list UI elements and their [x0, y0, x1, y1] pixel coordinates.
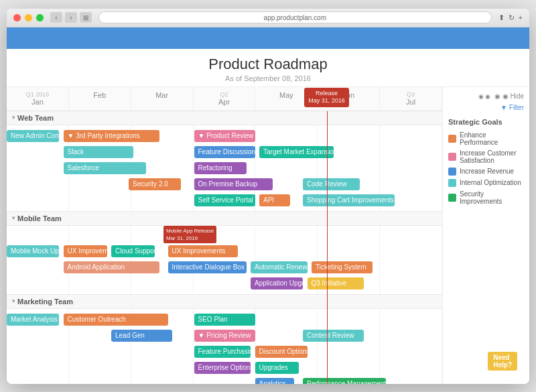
bar-interactive[interactable]: Interactive Dialogue Box	[168, 261, 247, 273]
page-header: Product Roadmap As of September 08, 2016	[7, 49, 529, 87]
bar-analytics[interactable]: Analytics	[255, 378, 295, 384]
bar-slack[interactable]: Slack	[64, 146, 133, 158]
bar-3rd-party[interactable]: ▼ 3rd Party Integrations	[64, 130, 159, 142]
bar-code-review[interactable]: Code Review	[303, 178, 360, 190]
chevron-icon[interactable]: ▾	[12, 115, 15, 121]
team-header-marketing: ▾ Marketing Team	[7, 295, 442, 309]
legend-item-security: Security Improvements	[448, 190, 524, 205]
milestone-marker: Mobile App ReleaseMar 31, 2016	[163, 226, 216, 243]
mobile-team-rows: Mobile App ReleaseMar 31, 2016 Mobile Mo…	[7, 226, 442, 294]
team-name-mobile: Mobile Team	[17, 214, 62, 222]
bar-cloud-support[interactable]: Cloud Support	[111, 245, 155, 257]
roadmap-area: Q1 2016 Jan Feb Mar Q2 Apr	[7, 87, 529, 384]
team-name-marketing: Marketing Team	[17, 298, 73, 306]
table-row: New Admin Console ▼ 3rd Party Integratio…	[7, 129, 442, 143]
table-row: Application Upgrade Q3 Initiative	[7, 276, 442, 291]
table-row: Slack Feature Discussion Target Market E…	[7, 145, 442, 159]
release-marker: Release May 31, 2016	[304, 88, 349, 107]
bar-product-review[interactable]: ▼ Product Review	[194, 130, 255, 142]
bar-enterprise[interactable]: Enterprise Options	[194, 362, 251, 374]
bar-app-upgrade[interactable]: Application Upgrade	[251, 277, 303, 289]
bar-self-service[interactable]: Self Service Portal	[194, 194, 255, 206]
team-header-web: ▾ Web Team	[7, 111, 442, 125]
legend-color-revenue	[448, 168, 456, 176]
bar-ux-improvements2[interactable]: UX Improvements	[168, 245, 238, 257]
bar-auto-renewal[interactable]: Automatic Renewal Servic	[251, 261, 308, 273]
bar-target-market[interactable]: Target Market Expansion	[259, 146, 334, 158]
bar-api[interactable]: API	[259, 194, 290, 206]
month-jan: Q1 2016 Jan	[7, 87, 69, 111]
month-mar: Mar	[131, 87, 194, 111]
bar-q3-initiative[interactable]: Q3 Initiative	[308, 277, 364, 289]
bar-ux-improvements1[interactable]: UX Improvements	[64, 245, 107, 257]
bar-security20[interactable]: Security 2.0	[129, 178, 181, 190]
chevron-icon[interactable]: ▾	[12, 215, 15, 221]
legend-item-internal: Internal Optimization	[448, 179, 524, 187]
table-row: Salesforce Refactoring	[7, 161, 442, 176]
bar-content-review[interactable]: Content Review	[303, 330, 364, 342]
bar-feature-purchasing[interactable]: Feature Purchasing	[194, 346, 251, 358]
bar-market-analysis[interactable]: Market Analysis	[7, 314, 59, 326]
forward-button[interactable]: ›	[65, 12, 77, 23]
content-area: Product Roadmap As of September 08, 2016…	[7, 49, 529, 384]
close-button[interactable]	[13, 14, 21, 21]
filter-button[interactable]: ▼ Filter	[500, 104, 524, 111]
share-icon[interactable]: ⬆	[498, 13, 505, 22]
bar-lead-gen[interactable]: Lead Gen	[111, 330, 172, 342]
legend-dots: ◉ ◉	[478, 93, 491, 100]
address-bar[interactable]: app.productplan.com	[98, 11, 492, 23]
bar-pricing-review[interactable]: ▼ Pricing Review	[194, 330, 255, 342]
team-header-mobile: ▾ Mobile Team	[7, 212, 442, 226]
bar-new-admin-console[interactable]: New Admin Console	[7, 130, 59, 142]
month-apr: Q2 Apr	[194, 87, 256, 111]
bar-refactoring[interactable]: Refactoring	[194, 162, 247, 174]
browser-toolbar	[7, 27, 529, 49]
web-team-rows: New Admin Console ▼ 3rd Party Integratio…	[7, 125, 442, 211]
bar-discount[interactable]: Discount Options	[255, 346, 308, 358]
hide-button[interactable]: ◉ ◉ Hide	[494, 92, 524, 100]
bar-customer-outreach[interactable]: Customer Outreach	[64, 314, 168, 326]
back-button[interactable]: ‹	[50, 12, 62, 23]
bar-onpremise[interactable]: On Premise Backup	[194, 178, 273, 190]
bar-salesforce[interactable]: Salesforce	[64, 162, 147, 174]
team-section-mobile: ▾ Mobile Team Mobile App Releas	[7, 212, 442, 295]
table-row: Lead Gen ▼ Pricing Review Content Review	[7, 328, 442, 343]
legend-label-security: Security Improvements	[460, 190, 524, 205]
month-jul: Q3 Jul	[380, 87, 442, 111]
legend-color-customer	[448, 153, 456, 161]
nav-buttons: ‹ › ⊞	[50, 12, 92, 23]
bar-upgrades[interactable]: Upgrades	[255, 362, 299, 374]
table-row: Enterprise Options Upgrades	[7, 361, 442, 375]
chevron-icon[interactable]: ▾	[12, 298, 15, 304]
bar-ticketing[interactable]: Ticketing System	[312, 261, 373, 273]
help-button[interactable]: Need Help?	[488, 352, 517, 371]
teams-container: ▾ Web Team New Admin Console ▼ 3rd	[7, 111, 442, 384]
table-row: Mobile Mock Up UX Improvements Cloud Sup…	[7, 244, 442, 259]
bar-android[interactable]: Android Application	[64, 261, 159, 273]
team-name-web: Web Team	[17, 114, 54, 122]
hide-controls: ◉ ◉ ◉ ◉ Hide	[448, 92, 524, 100]
toolbar-right: ⬆ ↻ +	[498, 13, 523, 22]
add-tab-icon[interactable]: +	[519, 13, 523, 22]
legend-item-revenue: Increase Revenue	[448, 168, 524, 176]
legend-color-internal	[448, 179, 456, 187]
team-section-web: ▾ Web Team New Admin Console ▼ 3rd	[7, 111, 442, 212]
filter-controls: ▼ Filter	[448, 104, 524, 111]
bar-mobile-mockup[interactable]: Mobile Mock Up	[7, 245, 59, 257]
titlebar: ‹ › ⊞ app.productplan.com ⬆ ↻ +	[7, 9, 529, 27]
month-feb: Feb	[69, 87, 131, 111]
month-jun: Jun Release May 31, 2016	[318, 87, 380, 111]
bar-feature-discussion[interactable]: Feature Discussion	[194, 146, 255, 158]
bar-performance[interactable]: Performance Management	[303, 378, 386, 384]
sidebar-legend: ◉ ◉ ◉ ◉ Hide ▼ Filter Strategic Goals En…	[442, 87, 529, 384]
bar-shopping-cart[interactable]: Shopping Cart Improvements	[303, 194, 395, 206]
table-row: Security 2.0 On Premise Backup Code Revi…	[7, 177, 442, 192]
team-section-marketing: ▾ Marketing Team Market Analysis C	[7, 295, 442, 384]
refresh-icon[interactable]: ↻	[509, 13, 515, 22]
minimize-button[interactable]	[25, 14, 32, 21]
bar-seo-plan[interactable]: SEO Plan	[194, 314, 255, 326]
view-button[interactable]: ⊞	[80, 12, 92, 23]
maximize-button[interactable]	[36, 14, 44, 21]
table-row: Market Analysis Customer Outreach SEO Pl…	[7, 312, 442, 327]
legend-label-revenue: Increase Revenue	[460, 168, 514, 175]
